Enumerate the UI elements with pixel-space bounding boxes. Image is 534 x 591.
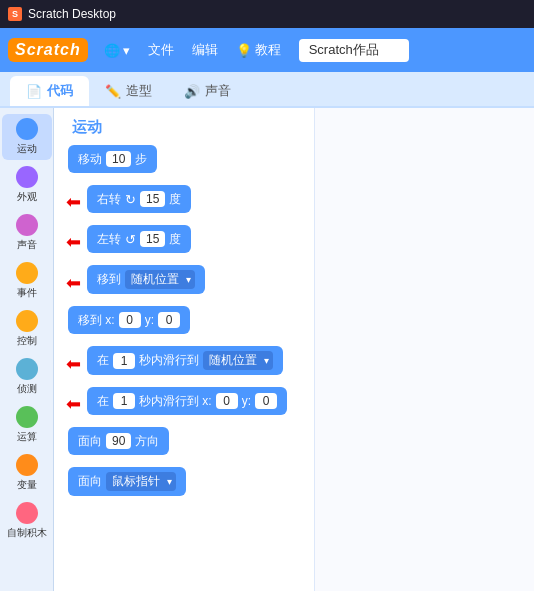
glide-input[interactable]: 1 — [113, 353, 135, 369]
turn-left-wrap: ⬅ 左转 ↺ 15 度 — [68, 225, 304, 259]
sidebar-item-control[interactable]: 控制 — [2, 306, 52, 352]
turn-left-input[interactable]: 15 — [140, 231, 165, 247]
sidebar: 运动 外观 声音 事件 控制 侦测 运算 变量 — [0, 108, 54, 591]
turn-right-input[interactable]: 15 — [140, 191, 165, 207]
turn-right-suffix: 度 — [169, 191, 181, 208]
face-label: 面向 — [78, 433, 102, 450]
glide-xy-block[interactable]: 在 1 秒内滑行到 x: 0 y: 0 — [87, 387, 287, 415]
goto-xy-wrap: 移到 x: 0 y: 0 — [68, 306, 304, 340]
move-input[interactable]: 10 — [106, 151, 131, 167]
bulb-icon: 💡 — [236, 43, 252, 58]
turn-left-suffix: 度 — [169, 231, 181, 248]
app-title: Scratch Desktop — [28, 7, 116, 21]
sidebar-item-sound[interactable]: 声音 — [2, 210, 52, 256]
menu-bar: Scratch 🌐 ▾ 文件 编辑 💡 教程 — [0, 28, 534, 72]
looks-label: 外观 — [17, 190, 37, 204]
glide-middle: 秒内滑行到 — [139, 352, 199, 369]
arrow-left-icon: ⬅ — [66, 233, 81, 251]
title-bar: S Scratch Desktop — [0, 0, 534, 28]
face-dropdown-block[interactable]: 面向 鼠标指针 — [68, 467, 186, 496]
glide-dropdown[interactable]: 随机位置 — [203, 351, 273, 370]
move-suffix: 步 — [135, 151, 147, 168]
glide-xy-prefix: 在 — [97, 393, 109, 410]
arrow-right-icon: ⬅ — [66, 193, 81, 211]
glide-xy-y[interactable]: 0 — [255, 393, 277, 409]
goto-block[interactable]: 移到 随机位置 — [87, 265, 205, 294]
myblocks-dot — [16, 502, 38, 524]
sidebar-item-events[interactable]: 事件 — [2, 258, 52, 304]
file-menu[interactable]: 文件 — [140, 37, 182, 63]
glide-xy-input[interactable]: 1 — [113, 393, 135, 409]
face-suffix: 方向 — [135, 433, 159, 450]
code-tab-icon: 📄 — [26, 84, 42, 99]
tutorial-label: 教程 — [255, 41, 281, 59]
sound-label: 声音 — [17, 238, 37, 252]
code-tab-label: 代码 — [47, 82, 73, 100]
goto-xy-label: 移到 x: — [78, 312, 115, 329]
sidebar-item-operators[interactable]: 运算 — [2, 402, 52, 448]
glide-to-block[interactable]: 在 1 秒内滑行到 随机位置 — [87, 346, 283, 375]
operators-dot — [16, 406, 38, 428]
main-area: 运动 外观 声音 事件 控制 侦测 运算 变量 — [0, 108, 534, 591]
operators-label: 运算 — [17, 430, 37, 444]
sidebar-item-looks[interactable]: 外观 — [2, 162, 52, 208]
glide-prefix: 在 — [97, 352, 109, 369]
tabs-bar: 📄 代码 ✏️ 造型 🔊 声音 — [0, 72, 534, 108]
tutorial-menu[interactable]: 💡 教程 — [228, 37, 289, 63]
motion-label: 运动 — [17, 142, 37, 156]
goto-xy-x-input[interactable]: 0 — [119, 312, 141, 328]
glide-xy-x[interactable]: 0 — [216, 393, 238, 409]
glide-xy-wrap: ⬅ 在 1 秒内滑行到 x: 0 y: 0 — [68, 387, 304, 421]
sound-tab-label: 声音 — [205, 82, 231, 100]
events-label: 事件 — [17, 286, 37, 300]
control-label: 控制 — [17, 334, 37, 348]
variables-dot — [16, 454, 38, 476]
arrow-glide-icon: ⬅ — [66, 355, 81, 373]
face-wrap: 面向 90 方向 — [68, 427, 304, 461]
sidebar-item-myblocks[interactable]: 自制积木 — [2, 498, 52, 544]
edit-menu[interactable]: 编辑 — [184, 37, 226, 63]
goto-xy-block[interactable]: 移到 x: 0 y: 0 — [68, 306, 190, 334]
tab-code[interactable]: 📄 代码 — [10, 76, 89, 106]
arrow-goto-icon: ⬅ — [66, 274, 81, 292]
goto-label: 移到 — [97, 271, 121, 288]
sidebar-item-variables[interactable]: 变量 — [2, 450, 52, 496]
face-dd-label: 面向 — [78, 473, 102, 490]
face-block[interactable]: 面向 90 方向 — [68, 427, 169, 455]
looks-dot — [16, 166, 38, 188]
move-block-wrap: 移动 10 步 — [68, 145, 304, 179]
sensing-label: 侦测 — [17, 382, 37, 396]
sound-dot — [16, 214, 38, 236]
turn-left-label: 左转 — [97, 231, 121, 248]
glide-xy-middle: 秒内滑行到 x: — [139, 393, 212, 410]
face-dropdown[interactable]: 鼠标指针 — [106, 472, 176, 491]
blocks-panel: 运动 移动 10 步 ⬅ 右转 ↻ 15 度 ⬅ 左转 ↺ — [54, 108, 314, 591]
scratch-logo: Scratch — [8, 38, 88, 62]
turn-left-icon: ↺ — [125, 232, 136, 247]
goto-xy-y-input[interactable]: 0 — [158, 312, 180, 328]
arrow-glide-xy-icon: ⬅ — [66, 395, 81, 413]
turn-right-wrap: ⬅ 右转 ↻ 15 度 — [68, 185, 304, 219]
turn-right-block[interactable]: 右转 ↻ 15 度 — [87, 185, 191, 213]
tab-costume[interactable]: ✏️ 造型 — [89, 76, 168, 106]
globe-arrow: ▾ — [123, 43, 130, 58]
turn-right-icon: ↻ — [125, 192, 136, 207]
section-title: 运动 — [68, 118, 304, 137]
globe-menu[interactable]: 🌐 ▾ — [96, 39, 138, 62]
costume-tab-icon: ✏️ — [105, 84, 121, 99]
tab-sound[interactable]: 🔊 声音 — [168, 76, 247, 106]
face-input[interactable]: 90 — [106, 433, 131, 449]
project-name-input[interactable] — [299, 39, 409, 62]
turn-right-label: 右转 — [97, 191, 121, 208]
variables-label: 变量 — [17, 478, 37, 492]
goto-dropdown[interactable]: 随机位置 — [125, 270, 195, 289]
myblocks-label: 自制积木 — [7, 526, 47, 540]
move-label: 移动 — [78, 151, 102, 168]
face-dropdown-wrap: 面向 鼠标指针 — [68, 467, 304, 502]
sidebar-item-motion[interactable]: 运动 — [2, 114, 52, 160]
turn-left-block[interactable]: 左转 ↺ 15 度 — [87, 225, 191, 253]
events-dot — [16, 262, 38, 284]
app-icon: S — [8, 7, 22, 21]
sidebar-item-sensing[interactable]: 侦测 — [2, 354, 52, 400]
move-block[interactable]: 移动 10 步 — [68, 145, 157, 173]
